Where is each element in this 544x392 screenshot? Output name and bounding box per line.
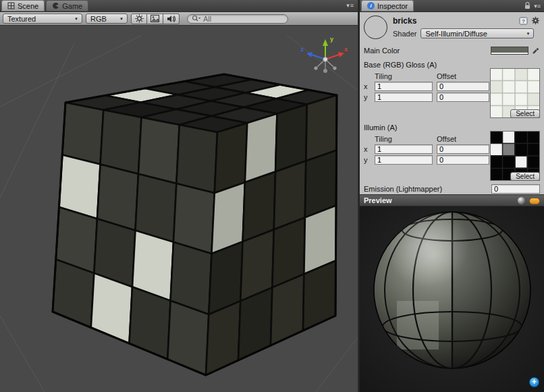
svg-text:?: ? bbox=[522, 18, 525, 24]
shader-dropdown[interactable]: Self-Illumin/Diffuse ▼ bbox=[420, 28, 534, 38]
preview-lighting-toggle-icon[interactable] bbox=[529, 198, 540, 204]
scene-audio-toggle[interactable] bbox=[163, 13, 180, 24]
offset-header: Offset bbox=[437, 72, 489, 80]
illumin-texture-select-button[interactable]: Select bbox=[510, 172, 540, 181]
material-inspector: bricks Shader Self-Illumin/Diffuse ▼ ? bbox=[360, 12, 544, 194]
gizmo-x-cone[interactable] bbox=[338, 52, 344, 57]
x-axis-label: x bbox=[364, 82, 371, 90]
base-offset-y-input[interactable] bbox=[437, 92, 489, 102]
base-tiling-y-input[interactable] bbox=[375, 92, 433, 102]
gizmo-y-cone[interactable] bbox=[323, 39, 328, 46]
inspector-pane: i Inspector ▾≡ bricks Shader Self-Illu bbox=[358, 0, 544, 392]
render-mode-value: RGB bbox=[90, 15, 107, 23]
illumin-texture-section: Illumin (A) Tiling Offset x y bbox=[364, 123, 540, 180]
game-icon bbox=[52, 2, 59, 9]
preview-sphere-toggle-icon[interactable] bbox=[518, 197, 525, 204]
tab-scene[interactable]: Scene bbox=[1, 0, 45, 11]
draw-mode-dropdown[interactable]: Textured ▼ bbox=[3, 13, 82, 24]
illumin-offset-x-input[interactable] bbox=[437, 144, 489, 154]
scene-grid-icon bbox=[7, 2, 15, 9]
scene-search-input[interactable]: All bbox=[187, 14, 288, 24]
speaker-icon bbox=[167, 15, 176, 23]
shader-value: Self-Illumin/Diffuse bbox=[425, 30, 487, 38]
image-icon bbox=[151, 15, 159, 22]
tab-scene-label: Scene bbox=[18, 1, 38, 11]
x-axis-label: x bbox=[364, 145, 371, 153]
illumin-tiling-y-input[interactable] bbox=[375, 155, 433, 165]
tiling-header: Tiling bbox=[375, 135, 433, 143]
y-axis-label: y bbox=[364, 156, 371, 164]
material-header: bricks Shader Self-Illumin/Diffuse ▼ ? bbox=[364, 12, 540, 42]
y-axis-label: y bbox=[364, 93, 371, 101]
main-color-label: Main Color bbox=[364, 47, 400, 55]
eyedropper-icon[interactable] bbox=[532, 47, 540, 55]
gizmo-axis-handle[interactable] bbox=[333, 66, 336, 69]
scene-view-toggles bbox=[131, 13, 180, 24]
lock-icon[interactable] bbox=[524, 2, 531, 9]
render-mode-dropdown[interactable]: RGB ▼ bbox=[86, 13, 128, 24]
base-texture-select-button[interactable]: Select bbox=[510, 109, 540, 118]
gizmo-z-cone[interactable] bbox=[306, 52, 312, 57]
base-tiling-x-input[interactable] bbox=[375, 82, 433, 91]
material-name: bricks bbox=[393, 16, 534, 26]
illumin-texture-thumbnail[interactable]: Select bbox=[490, 131, 540, 181]
help-book-icon[interactable]: ? bbox=[519, 17, 528, 25]
scene-render: y x z bbox=[0, 26, 358, 392]
main-color-row: Main Color bbox=[364, 47, 540, 55]
tab-inspector[interactable]: i Inspector bbox=[361, 0, 414, 11]
chevron-down-icon: ▼ bbox=[526, 32, 531, 36]
inspector-tabstrip: i Inspector ▾≡ bbox=[360, 0, 544, 12]
scene-pane-menu-icon[interactable]: ▾≡ bbox=[346, 2, 354, 9]
base-offset-x-input[interactable] bbox=[437, 82, 489, 91]
material-preview-icon[interactable] bbox=[364, 16, 387, 39]
gizmo-x-label: x bbox=[344, 46, 348, 53]
gear-icon[interactable] bbox=[531, 16, 540, 25]
chevron-down-icon: ▼ bbox=[74, 17, 78, 21]
orientation-gizmo[interactable]: y x z bbox=[301, 36, 348, 73]
preview-render bbox=[360, 206, 544, 392]
scene-toolbar: Textured ▼ RGB ▼ bbox=[0, 12, 358, 26]
inspector-pane-menu-icon[interactable]: ▾≡ bbox=[534, 3, 541, 9]
scene-viewport[interactable]: y x z bbox=[0, 26, 358, 392]
search-icon bbox=[192, 15, 201, 22]
info-icon: i bbox=[367, 2, 375, 9]
gizmo-y-label: y bbox=[330, 36, 333, 43]
base-texture-thumbnail[interactable]: Select bbox=[490, 68, 540, 118]
main-color-swatch[interactable] bbox=[491, 47, 528, 55]
gizmo-z-label: z bbox=[301, 46, 304, 53]
tiling-header: Tiling bbox=[375, 72, 433, 80]
base-texture-section: Base (RGB) Gloss (A) Tiling Offset x y bbox=[364, 61, 540, 117]
scene-lighting-toggle[interactable] bbox=[131, 13, 147, 24]
sun-icon bbox=[135, 14, 144, 23]
emission-input[interactable] bbox=[491, 184, 540, 194]
scene-tabstrip: Scene Game ▾≡ bbox=[0, 0, 358, 12]
material-preview-area[interactable]: + bbox=[360, 206, 544, 392]
emission-label: Emission (Lightmapper) bbox=[364, 185, 442, 193]
preview-title: Preview bbox=[364, 196, 392, 204]
unity-editor-window: Scene Game ▾≡ Textured ▼ RGB ▼ bbox=[0, 0, 544, 392]
offset-header: Offset bbox=[437, 135, 489, 143]
tab-inspector-label: Inspector bbox=[377, 1, 408, 11]
chevron-down-icon: ▼ bbox=[119, 17, 124, 21]
illumin-tiling-x-input[interactable] bbox=[375, 144, 433, 154]
gizmo-center[interactable] bbox=[323, 57, 328, 62]
preview-header[interactable]: Preview bbox=[360, 194, 544, 206]
tab-game[interactable]: Game bbox=[46, 0, 88, 11]
emission-row: Emission (Lightmapper) bbox=[364, 184, 540, 194]
illumin-offset-y-input[interactable] bbox=[437, 155, 489, 165]
draw-mode-value: Textured bbox=[7, 15, 36, 23]
gizmo-axis-handle[interactable] bbox=[323, 69, 327, 73]
scene-search-value: All bbox=[203, 15, 211, 23]
scene-overlay-toggle[interactable] bbox=[147, 13, 163, 24]
tab-game-label: Game bbox=[62, 1, 82, 11]
gizmo-axis-handle[interactable] bbox=[314, 66, 317, 69]
scene-pane: Scene Game ▾≡ Textured ▼ RGB ▼ bbox=[0, 0, 358, 392]
shader-label: Shader bbox=[393, 30, 416, 38]
preview-add-button[interactable]: + bbox=[529, 377, 539, 387]
